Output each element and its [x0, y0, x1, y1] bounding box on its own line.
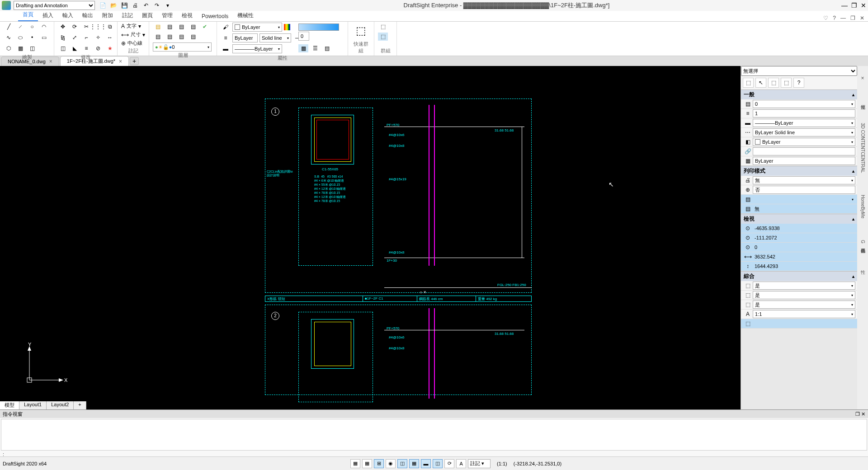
- layer-freeze-icon[interactable]: ▤: [188, 23, 198, 31]
- layout-tab-2[interactable]: Layout2: [47, 401, 74, 409]
- close-icon[interactable]: ✕: [861, 2, 866, 9]
- prop-list-icon[interactable]: ☰: [310, 44, 320, 52]
- layer-match-icon[interactable]: ▤: [188, 33, 198, 41]
- side-tab-properties[interactable]: 屬性: [859, 99, 867, 103]
- prop-misc-scale[interactable]: 1:1▾: [753, 310, 855, 318]
- prop-weight[interactable]: ByLayer▾: [753, 138, 855, 146]
- break-icon[interactable]: ⊘: [93, 44, 103, 52]
- scale-icon[interactable]: ⤢: [70, 33, 80, 42]
- props-help-icon[interactable]: ?: [793, 78, 804, 88]
- centerline-icon[interactable]: ⊕: [121, 40, 126, 47]
- command-history[interactable]: [1, 419, 867, 451]
- prop-plottable[interactable]: ▾: [753, 195, 855, 203]
- etrack-toggle[interactable]: ▦: [409, 459, 419, 468]
- spline-icon[interactable]: ∿: [4, 33, 14, 42]
- menu-tab-powertools[interactable]: Powertools: [197, 11, 233, 21]
- props-section-view[interactable]: 檢視▴: [741, 214, 857, 224]
- arc-icon[interactable]: ◠: [39, 23, 49, 31]
- transparency-input[interactable]: 0: [298, 32, 309, 41]
- lineweight-combo[interactable]: ———— ByLayer▾: [232, 44, 282, 53]
- chamfer-icon[interactable]: ◣: [70, 44, 80, 52]
- prop-plotstyle[interactable]: 無▾: [753, 176, 855, 184]
- hatch-icon[interactable]: ▦: [15, 44, 25, 52]
- add-tab-button[interactable]: +: [130, 57, 139, 65]
- layer-lock-icon[interactable]: ▤: [176, 33, 186, 41]
- qat-dropdown-icon[interactable]: ▾: [164, 1, 172, 9]
- menu-tab-attach[interactable]: 附加: [98, 10, 118, 21]
- side-tab-other[interactable]: 性: [859, 264, 867, 268]
- lwt-toggle[interactable]: ▬: [421, 459, 431, 468]
- props-tool-2[interactable]: ↖: [755, 78, 766, 88]
- prop-misc-b[interactable]: 是▾: [753, 291, 855, 299]
- prop-misc-a[interactable]: 是▾: [753, 282, 855, 290]
- ortho-toggle[interactable]: ⊞: [374, 459, 384, 468]
- save-icon[interactable]: 💾: [120, 1, 128, 9]
- quickgroup-icon[interactable]: ⬚: [353, 23, 369, 39]
- lineby-combo[interactable]: ByLayer: [232, 33, 258, 42]
- heart-icon[interactable]: ♡: [823, 15, 828, 21]
- color-flyout-icon[interactable]: [284, 24, 290, 30]
- prop-color[interactable]: ———— ByLayer▾: [753, 119, 855, 127]
- open-icon[interactable]: 📂: [109, 1, 118, 9]
- layer-check-icon[interactable]: ✔: [200, 23, 210, 31]
- mirror-icon[interactable]: ⧎: [58, 33, 68, 42]
- menu-tab-home[interactable]: 首頁: [18, 9, 38, 21]
- props-tool-3[interactable]: ⬚: [768, 78, 779, 88]
- maximize-icon[interactable]: ❐: [851, 2, 857, 9]
- side-tab-gcode[interactable]: G 代碼產生器: [859, 238, 867, 247]
- explode-icon[interactable]: ✧: [93, 33, 103, 42]
- props-section-misc[interactable]: 綜合▴: [741, 271, 857, 281]
- menu-tab-mechanical[interactable]: 機械性: [233, 10, 258, 21]
- props-tool-4[interactable]: ⬚: [781, 78, 792, 88]
- menu-tab-view[interactable]: 檢視: [177, 10, 197, 21]
- layer-combo[interactable]: ● ☀ 🔓 ● 0▾: [153, 42, 212, 52]
- join-icon[interactable]: ★: [105, 44, 115, 52]
- polar-toggle[interactable]: ◉: [386, 459, 396, 468]
- line-icon[interactable]: ╱: [4, 23, 14, 31]
- drawing-canvas[interactable]: C1-55X65 1 C2CL\n配筋詳圖\n設計說明 S.B 45 #3 50…: [0, 66, 741, 409]
- prop-select-icon[interactable]: ▦: [298, 44, 308, 52]
- minimize-icon[interactable]: —: [841, 2, 848, 9]
- layer-state-icon[interactable]: ▤: [165, 23, 175, 31]
- align-icon[interactable]: ≡: [81, 44, 91, 52]
- group-icon[interactable]: ⬚: [378, 23, 388, 31]
- prop-line[interactable]: ByLayer Solid line▾: [753, 128, 855, 136]
- lineweight-icon[interactable]: ▬: [221, 45, 231, 53]
- redo-icon[interactable]: ↷: [153, 1, 161, 9]
- side-tab-3dcc[interactable]: 3D CONTENTCENTRAL: [859, 121, 866, 175]
- circle-icon[interactable]: ○: [27, 23, 37, 31]
- ellipse-icon[interactable]: ⬭: [15, 33, 25, 42]
- grid-toggle[interactable]: ▦: [362, 459, 372, 468]
- anno-toggle[interactable]: A: [456, 459, 466, 468]
- region-icon[interactable]: ◫: [27, 44, 37, 52]
- text-icon[interactable]: A: [121, 23, 125, 29]
- offset-icon[interactable]: ◫: [58, 44, 68, 52]
- add-layout[interactable]: +: [74, 401, 86, 409]
- print-icon[interactable]: 🖨: [131, 1, 139, 9]
- workspace-select[interactable]: Drafting and Annotation: [14, 1, 95, 10]
- transparency-slider[interactable]: [298, 24, 339, 31]
- fillet-icon[interactable]: ⌐: [81, 33, 91, 42]
- color-combo[interactable]: ByLayer▾: [232, 23, 282, 32]
- copy-icon[interactable]: ⧉: [105, 23, 115, 31]
- prop-layer[interactable]: 0▾: [753, 100, 855, 108]
- anno-scale-combo[interactable]: 註記 ▾: [468, 459, 491, 468]
- layout-tab-model[interactable]: 模型: [0, 401, 19, 409]
- menu-tab-sheet[interactable]: 圖頁: [137, 10, 157, 21]
- help-icon[interactable]: ?: [833, 15, 836, 21]
- prop-misc-c[interactable]: 是▾: [753, 301, 855, 309]
- ribbon-close-icon[interactable]: ✕: [860, 15, 864, 21]
- rectangle-icon[interactable]: ▭: [39, 33, 49, 42]
- menu-tab-export[interactable]: 輸出: [78, 10, 98, 21]
- qinput-toggle[interactable]: ◫: [433, 459, 443, 468]
- layer-on-icon[interactable]: ▤: [165, 33, 175, 41]
- props-tool-1[interactable]: ⬚: [743, 78, 754, 88]
- prop-scale[interactable]: 1: [753, 109, 855, 118]
- cmd-max-icon[interactable]: ❐ ✕: [855, 411, 865, 417]
- close-icon[interactable]: ×: [861, 75, 864, 81]
- layout-tab-1[interactable]: Layout1: [19, 401, 47, 409]
- prop-hyper[interactable]: [753, 147, 855, 155]
- point-icon[interactable]: •: [27, 33, 37, 42]
- menu-tab-annotate[interactable]: 註記: [118, 10, 137, 21]
- ungroup-icon[interactable]: ⬚: [378, 33, 388, 41]
